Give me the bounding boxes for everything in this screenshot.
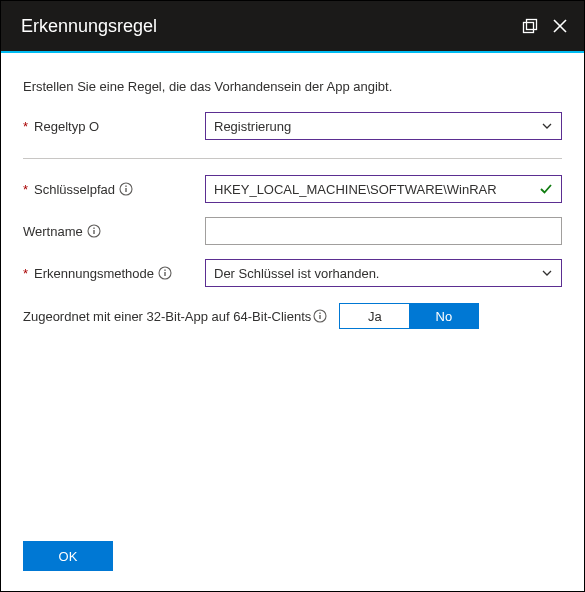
dialog-header: Erkennungsregel [1, 1, 584, 53]
assoc-no-button[interactable]: No [409, 304, 478, 328]
dialog-body: Erstellen Sie eine Regel, die das Vorhan… [1, 53, 584, 525]
svg-rect-5 [125, 188, 126, 192]
svg-rect-8 [93, 230, 94, 234]
info-icon[interactable] [158, 266, 172, 280]
required-marker: * [23, 182, 28, 197]
restore-icon[interactable] [522, 18, 538, 34]
svg-rect-12 [164, 270, 165, 271]
svg-rect-14 [320, 315, 321, 319]
label-ruletype: * Regeltyp O [23, 119, 205, 134]
ruletype-select[interactable]: Registrierung [205, 112, 562, 140]
check-icon [539, 182, 553, 196]
label-assoc: Zugeordnet mit einer 32-Bit-App auf 64-B… [23, 309, 327, 324]
row-valuename: Wertname [23, 217, 562, 245]
valuename-input[interactable] [205, 217, 562, 245]
row-keypath: * Schlüsselpfad HKEY_LOCAL_MACHINE\SOFTW… [23, 175, 562, 203]
svg-rect-0 [524, 23, 534, 33]
label-keypath: * Schlüsselpfad [23, 182, 205, 197]
svg-rect-15 [320, 313, 321, 314]
label-keypath-text: Schlüsselpfad [34, 182, 115, 197]
method-value: Der Schlüssel ist vorhanden. [214, 266, 379, 281]
keypath-value: HKEY_LOCAL_MACHINE\SOFTWARE\WinRAR [214, 182, 497, 197]
label-valuename-text: Wertname [23, 224, 83, 239]
dialog-footer: OK [1, 525, 584, 591]
ok-button[interactable]: OK [23, 541, 113, 571]
keypath-input[interactable]: HKEY_LOCAL_MACHINE\SOFTWARE\WinRAR [205, 175, 562, 203]
svg-rect-9 [93, 228, 94, 229]
required-marker: * [23, 119, 28, 134]
label-ruletype-text: Regeltyp O [34, 119, 99, 134]
row-ruletype: * Regeltyp O Registrierung [23, 112, 562, 140]
chevron-down-icon [541, 267, 553, 279]
label-method-text: Erkennungsmethode [34, 266, 154, 281]
dialog-title: Erkennungsregel [21, 16, 522, 37]
close-icon[interactable] [552, 18, 568, 34]
assoc-toggle: Ja No [339, 303, 479, 329]
required-marker: * [23, 266, 28, 281]
ruletype-value: Registrierung [214, 119, 291, 134]
label-assoc-text: Zugeordnet mit einer 32-Bit-App auf 64-B… [23, 309, 311, 324]
info-icon[interactable] [313, 309, 327, 323]
info-icon[interactable] [119, 182, 133, 196]
row-method: * Erkennungsmethode Der Schlüssel ist vo… [23, 259, 562, 287]
label-method: * Erkennungsmethode [23, 266, 205, 281]
svg-rect-1 [527, 20, 537, 30]
svg-rect-6 [125, 186, 126, 187]
chevron-down-icon [541, 120, 553, 132]
row-assoc: Zugeordnet mit einer 32-Bit-App auf 64-B… [23, 303, 562, 329]
info-icon[interactable] [87, 224, 101, 238]
method-select[interactable]: Der Schlüssel ist vorhanden. [205, 259, 562, 287]
svg-rect-11 [164, 272, 165, 276]
label-valuename: Wertname [23, 224, 205, 239]
assoc-yes-button[interactable]: Ja [340, 304, 409, 328]
header-controls [522, 18, 568, 34]
instruction-text: Erstellen Sie eine Regel, die das Vorhan… [23, 79, 562, 94]
divider [23, 158, 562, 159]
